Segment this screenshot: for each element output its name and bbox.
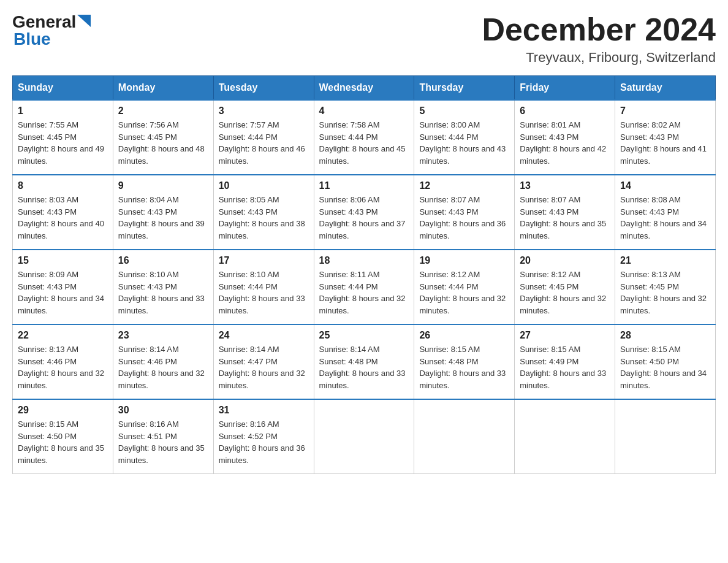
calendar-cell: 8 Sunrise: 8:03 AMSunset: 4:43 PMDayligh… [13,175,113,250]
weekday-header-thursday: Thursday [414,76,515,101]
day-number: 23 [118,330,208,341]
day-number: 21 [620,255,710,266]
calendar-cell: 11 Sunrise: 8:06 AMSunset: 4:43 PMDaylig… [314,175,414,250]
calendar-week-row: 8 Sunrise: 8:03 AMSunset: 4:43 PMDayligh… [13,175,716,250]
weekday-header-wednesday: Wednesday [314,76,414,101]
day-info: Sunrise: 8:03 AMSunset: 4:43 PMDaylight:… [18,195,104,240]
day-number: 6 [520,105,610,117]
calendar-week-row: 22 Sunrise: 8:13 AMSunset: 4:46 PMDaylig… [13,324,716,399]
calendar-cell: 12 Sunrise: 8:07 AMSunset: 4:43 PMDaylig… [414,175,515,250]
day-info: Sunrise: 8:13 AMSunset: 4:45 PMDaylight:… [620,270,707,315]
calendar-cell: 29 Sunrise: 8:15 AMSunset: 4:50 PMDaylig… [13,399,113,474]
day-info: Sunrise: 8:09 AMSunset: 4:43 PMDaylight:… [18,270,104,315]
day-info: Sunrise: 8:10 AMSunset: 4:44 PMDaylight:… [219,270,305,315]
day-number: 30 [118,405,208,416]
day-number: 13 [520,180,610,191]
day-number: 27 [520,330,610,341]
day-info: Sunrise: 8:10 AMSunset: 4:43 PMDaylight:… [118,270,205,315]
calendar-cell: 10 Sunrise: 8:05 AMSunset: 4:43 PMDaylig… [213,175,314,250]
day-number: 31 [219,405,309,416]
calendar-cell: 22 Sunrise: 8:13 AMSunset: 4:46 PMDaylig… [13,324,113,399]
day-number: 20 [520,255,610,266]
day-number: 22 [18,330,108,341]
day-info: Sunrise: 8:04 AMSunset: 4:43 PMDaylight:… [118,195,205,240]
calendar-cell: 28 Sunrise: 8:15 AMSunset: 4:50 PMDaylig… [615,324,716,399]
day-number: 19 [419,255,509,266]
calendar-cell: 13 Sunrise: 8:07 AMSunset: 4:43 PMDaylig… [515,175,615,250]
day-number: 2 [118,105,208,117]
calendar-cell: 16 Sunrise: 8:10 AMSunset: 4:43 PMDaylig… [113,250,213,324]
day-info: Sunrise: 8:13 AMSunset: 4:46 PMDaylight:… [18,345,104,390]
calendar-cell: 27 Sunrise: 8:15 AMSunset: 4:49 PMDaylig… [515,324,615,399]
calendar-cell: 6 Sunrise: 8:01 AMSunset: 4:43 PMDayligh… [515,100,615,175]
calendar-cell: 2 Sunrise: 7:56 AMSunset: 4:45 PMDayligh… [113,100,213,175]
day-number: 24 [219,330,309,341]
calendar-cell: 5 Sunrise: 8:00 AMSunset: 4:44 PMDayligh… [414,100,515,175]
day-info: Sunrise: 8:01 AMSunset: 4:43 PMDaylight:… [520,120,606,166]
day-number: 8 [18,180,108,191]
day-number: 3 [219,105,309,117]
day-number: 16 [118,255,208,266]
calendar-cell: 24 Sunrise: 8:14 AMSunset: 4:47 PMDaylig… [213,324,314,399]
day-number: 11 [319,180,409,191]
day-info: Sunrise: 8:12 AMSunset: 4:44 PMDaylight:… [419,270,506,315]
logo: General Blue [12,12,91,49]
logo-blue-text: Blue [13,29,51,49]
day-info: Sunrise: 8:15 AMSunset: 4:49 PMDaylight:… [520,345,606,390]
calendar-cell: 26 Sunrise: 8:15 AMSunset: 4:48 PMDaylig… [414,324,515,399]
day-info: Sunrise: 7:56 AMSunset: 4:45 PMDaylight:… [118,120,205,166]
day-number: 9 [118,180,208,191]
calendar-cell: 7 Sunrise: 8:02 AMSunset: 4:43 PMDayligh… [615,100,716,175]
weekday-header-row: SundayMondayTuesdayWednesdayThursdayFrid… [13,76,716,101]
calendar-cell: 4 Sunrise: 7:58 AMSunset: 4:44 PMDayligh… [314,100,414,175]
title-area: December 2024 Treyvaux, Fribourg, Switze… [482,12,716,66]
day-info: Sunrise: 8:07 AMSunset: 4:43 PMDaylight:… [419,195,506,240]
calendar-cell: 31 Sunrise: 8:16 AMSunset: 4:52 PMDaylig… [213,399,314,474]
calendar-week-row: 1 Sunrise: 7:55 AMSunset: 4:45 PMDayligh… [13,100,716,175]
calendar-cell [615,399,716,474]
calendar-cell [314,399,414,474]
day-number: 18 [319,255,409,266]
day-info: Sunrise: 7:55 AMSunset: 4:45 PMDaylight:… [18,120,104,166]
day-number: 7 [620,105,710,117]
calendar-cell: 14 Sunrise: 8:08 AMSunset: 4:43 PMDaylig… [615,175,716,250]
day-number: 14 [620,180,710,191]
month-title: December 2024 [482,12,716,47]
day-number: 26 [419,330,509,341]
calendar-cell: 1 Sunrise: 7:55 AMSunset: 4:45 PMDayligh… [13,100,113,175]
day-info: Sunrise: 8:15 AMSunset: 4:48 PMDaylight:… [419,345,506,390]
calendar-cell: 30 Sunrise: 8:16 AMSunset: 4:51 PMDaylig… [113,399,213,474]
day-info: Sunrise: 8:15 AMSunset: 4:50 PMDaylight:… [18,419,104,465]
day-number: 25 [319,330,409,341]
day-number: 15 [18,255,108,266]
day-info: Sunrise: 8:14 AMSunset: 4:46 PMDaylight:… [118,345,205,390]
day-info: Sunrise: 7:57 AMSunset: 4:44 PMDaylight:… [219,120,305,166]
calendar-table: SundayMondayTuesdayWednesdayThursdayFrid… [12,75,716,474]
svg-marker-0 [77,15,91,27]
weekday-header-monday: Monday [113,76,213,101]
day-info: Sunrise: 8:06 AMSunset: 4:43 PMDaylight:… [319,195,406,240]
calendar-cell: 3 Sunrise: 7:57 AMSunset: 4:44 PMDayligh… [213,100,314,175]
day-info: Sunrise: 8:08 AMSunset: 4:43 PMDaylight:… [620,195,707,240]
calendar-cell [414,399,515,474]
calendar-cell: 25 Sunrise: 8:14 AMSunset: 4:48 PMDaylig… [314,324,414,399]
day-number: 28 [620,330,710,341]
day-number: 29 [18,405,108,416]
day-number: 4 [319,105,409,117]
day-info: Sunrise: 8:12 AMSunset: 4:45 PMDaylight:… [520,270,606,315]
calendar-week-row: 15 Sunrise: 8:09 AMSunset: 4:43 PMDaylig… [13,250,716,324]
calendar-cell: 23 Sunrise: 8:14 AMSunset: 4:46 PMDaylig… [113,324,213,399]
day-info: Sunrise: 8:14 AMSunset: 4:48 PMDaylight:… [319,345,406,390]
calendar-cell: 15 Sunrise: 8:09 AMSunset: 4:43 PMDaylig… [13,250,113,324]
day-number: 10 [219,180,309,191]
calendar-cell: 20 Sunrise: 8:12 AMSunset: 4:45 PMDaylig… [515,250,615,324]
day-info: Sunrise: 8:14 AMSunset: 4:47 PMDaylight:… [219,345,305,390]
day-number: 17 [219,255,309,266]
day-info: Sunrise: 8:02 AMSunset: 4:43 PMDaylight:… [620,120,707,166]
day-number: 1 [18,105,108,117]
day-info: Sunrise: 8:11 AMSunset: 4:44 PMDaylight:… [319,270,406,315]
calendar-cell: 18 Sunrise: 8:11 AMSunset: 4:44 PMDaylig… [314,250,414,324]
calendar-week-row: 29 Sunrise: 8:15 AMSunset: 4:50 PMDaylig… [13,399,716,474]
weekday-header-friday: Friday [515,76,615,101]
day-info: Sunrise: 7:58 AMSunset: 4:44 PMDaylight:… [319,120,406,166]
